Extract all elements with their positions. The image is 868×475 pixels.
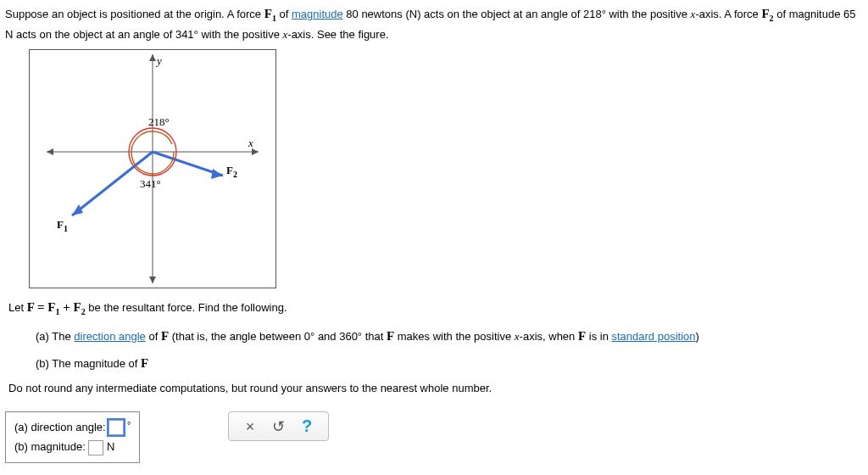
y-axis-label: y: [157, 54, 162, 68]
standard-position-link[interactable]: standard position: [611, 330, 695, 343]
svg-marker-3: [47, 148, 53, 155]
direction-angle-link[interactable]: direction angle: [74, 330, 146, 343]
answer-row-a: (a) direction angle: °: [14, 417, 131, 437]
question-part-b: (b) The magnitude of F: [36, 353, 863, 373]
x-axis-label: x: [248, 137, 253, 150]
clear-button[interactable]: ×: [237, 418, 263, 436]
answer-toolbar: × ↺ ?: [228, 411, 329, 441]
problem-statement: Suppose an object is positioned at the o…: [5, 3, 863, 44]
force-2-symbol: F2: [761, 7, 773, 20]
answer-panel: (a) direction angle: ° (b) magnitude: N: [5, 411, 140, 463]
diagram-svg: [30, 50, 275, 288]
rounding-instruction: Do not round any intermediate computatio…: [8, 380, 863, 398]
svg-marker-4: [149, 54, 156, 61]
resultant-definition: Let F = F1 + F2 be the resultant force. …: [8, 297, 863, 319]
newton-unit: N: [107, 440, 114, 453]
angle-218-label: 218°: [148, 115, 170, 129]
force-1-symbol: F1: [264, 7, 276, 20]
help-button[interactable]: ?: [294, 416, 320, 436]
direction-angle-input[interactable]: [108, 420, 124, 435]
question-part-a: (a) The direction angle of F (that is, t…: [36, 326, 863, 346]
answer-row-b: (b) magnitude: N: [14, 437, 131, 456]
magnitude-link[interactable]: magnitude: [292, 8, 343, 20]
answer-a-label: (a) direction angle:: [14, 421, 108, 433]
svg-marker-8: [72, 204, 83, 215]
f1-vector-label: F1: [57, 218, 68, 233]
svg-marker-5: [149, 277, 156, 283]
force-diagram: y x 218° 341° F1 F2: [29, 49, 276, 288]
angle-341-label: 341°: [140, 177, 161, 191]
undo-button[interactable]: ↺: [266, 417, 292, 436]
intro-text: Suppose an object is positioned at the o…: [5, 8, 264, 20]
answer-b-label: (b) magnitude:: [14, 440, 88, 453]
magnitude-input[interactable]: [88, 440, 103, 455]
degree-unit: °: [127, 420, 131, 430]
f2-vector-label: F2: [226, 164, 237, 179]
